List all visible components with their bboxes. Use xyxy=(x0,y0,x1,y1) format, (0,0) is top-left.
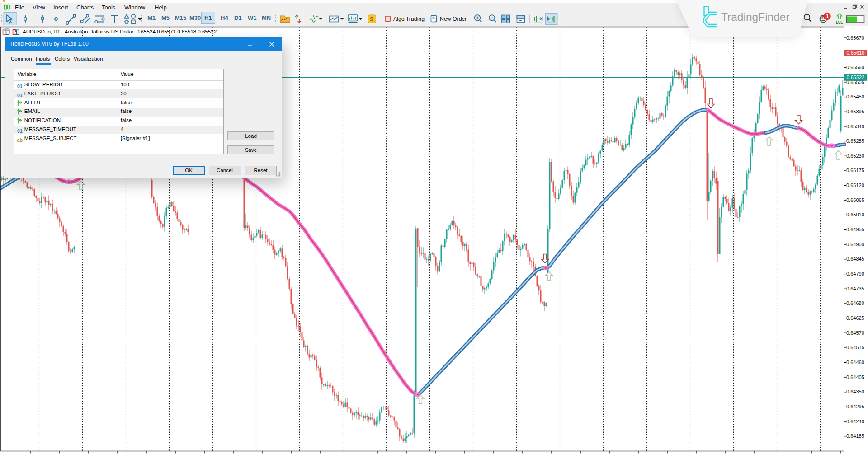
svg-text:New Order: New Order xyxy=(440,16,467,22)
svg-text:$: $ xyxy=(370,16,374,23)
svg-text:0.64790: 0.64790 xyxy=(846,271,864,276)
svg-text:0.65175: 0.65175 xyxy=(846,168,864,173)
svg-text:0.65065: 0.65065 xyxy=(846,197,864,203)
svg-text:0.65120: 0.65120 xyxy=(846,183,864,188)
svg-text:0.65670: 0.65670 xyxy=(846,35,864,41)
svg-text:0.64295: 0.64295 xyxy=(846,404,864,409)
svg-text:0.65010: 0.65010 xyxy=(846,212,864,217)
svg-text:Algo Trading: Algo Trading xyxy=(393,16,425,22)
svg-text:0.64845: 0.64845 xyxy=(846,256,864,262)
svg-text:0.64460: 0.64460 xyxy=(846,360,864,365)
svg-text:0.64240: 0.64240 xyxy=(846,419,864,424)
svg-text:0.64680: 0.64680 xyxy=(846,300,864,306)
svg-text:0.64955: 0.64955 xyxy=(846,227,864,232)
svg-text:0.65285: 0.65285 xyxy=(846,138,864,144)
svg-text:0.64570: 0.64570 xyxy=(846,330,864,336)
svg-text:0.65340: 0.65340 xyxy=(846,124,864,129)
svg-text:0.64735: 0.64735 xyxy=(846,286,864,291)
svg-text:0.64405: 0.64405 xyxy=(846,374,864,380)
svg-text:0.65230: 0.65230 xyxy=(846,153,864,159)
svg-text:0.64515: 0.64515 xyxy=(846,345,864,350)
svg-text:0.65395: 0.65395 xyxy=(846,109,864,114)
svg-text:0.65522: 0.65522 xyxy=(847,75,865,80)
svg-text:0.64900: 0.64900 xyxy=(846,242,864,247)
svg-text:LVL: LVL xyxy=(836,20,843,25)
svg-text:0.65450: 0.65450 xyxy=(846,94,864,99)
svg-text:0.64625: 0.64625 xyxy=(846,315,864,321)
svg-text:0.64185: 0.64185 xyxy=(846,433,864,439)
svg-text:AUDUSD_o, H1: Australian Doll: AUDUSD_o, H1: Australian Dollar vs US Do… xyxy=(23,28,217,34)
svg-text:TradingFinder: TradingFinder xyxy=(721,11,790,23)
svg-text:0.65560: 0.65560 xyxy=(846,65,864,70)
svg-text:0.64350: 0.64350 xyxy=(846,389,864,394)
svg-text:0.65610: 0.65610 xyxy=(847,50,865,56)
svg-text:1: 1 xyxy=(826,13,829,19)
